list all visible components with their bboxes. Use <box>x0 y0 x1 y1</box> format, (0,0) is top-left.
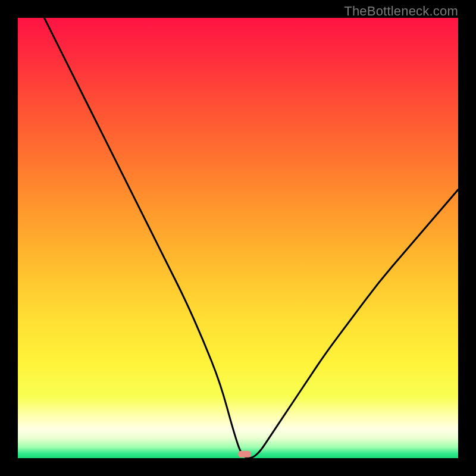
plot-area <box>18 18 458 458</box>
gradient-background <box>18 18 458 458</box>
optimal-point-marker <box>238 451 251 458</box>
chart-container: TheBottleneck.com <box>0 0 476 476</box>
watermark-text: TheBottleneck.com <box>344 4 458 19</box>
bottleneck-chart <box>18 18 458 458</box>
